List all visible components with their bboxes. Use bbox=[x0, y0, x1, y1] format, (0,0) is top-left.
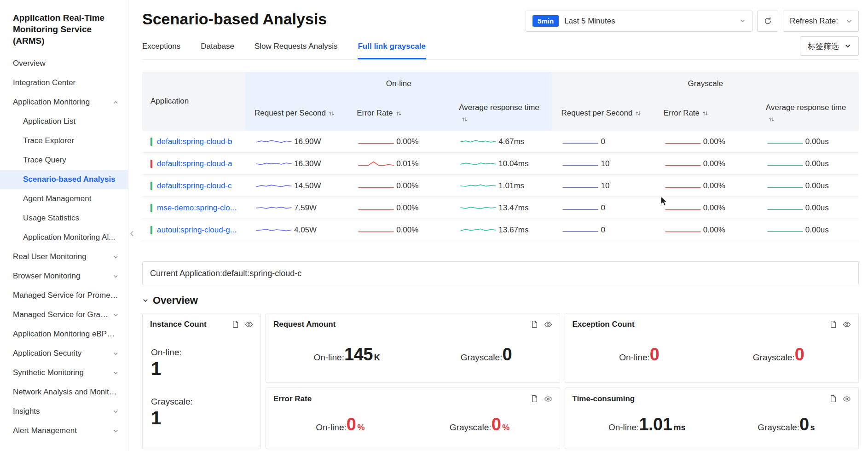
report-icon[interactable] bbox=[531, 395, 538, 403]
metric-online: On-line:0% bbox=[316, 415, 365, 434]
tab-exceptions[interactable]: Exceptions bbox=[142, 36, 180, 59]
report-icon[interactable] bbox=[531, 320, 538, 329]
sidebar-item-label: Real User Monitoring bbox=[13, 252, 87, 261]
sidebar-item-usage-statistics[interactable]: Usage Statistics bbox=[0, 208, 128, 228]
sidebar-item-managed-service-for-grafana[interactable]: Managed Service for Grafana bbox=[0, 305, 128, 324]
sidebar-item-synthetic-monitoring[interactable]: Synthetic Monitoring bbox=[0, 363, 128, 382]
tab-database[interactable]: Database bbox=[201, 36, 234, 59]
sparkline-gray-error-rate bbox=[664, 225, 702, 236]
metric-label: Grayscale: bbox=[753, 353, 795, 362]
sidebar-item-managed-service-for-prometh[interactable]: Managed Service for Prometh... bbox=[0, 286, 128, 305]
card-title: Exception Count bbox=[573, 320, 635, 329]
application-link[interactable]: default:spring-cloud-a bbox=[157, 159, 232, 168]
metric-value: 0.00% bbox=[396, 137, 418, 146]
tag-filter-button[interactable]: 标签筛选 bbox=[800, 36, 859, 56]
metric-grayscale: Grayscale:0 bbox=[461, 345, 512, 364]
metric-online: On-line:145K bbox=[313, 345, 380, 364]
application-link[interactable]: mse-demo:spring-clo... bbox=[157, 203, 237, 213]
metric-unit: % bbox=[357, 423, 365, 432]
application-link[interactable]: default:spring-cloud-c bbox=[157, 181, 232, 191]
sidebar-collapse-handle[interactable]: ‹ bbox=[130, 226, 134, 239]
section-collapse-icon[interactable] bbox=[142, 297, 149, 304]
metric-label: Grayscale: bbox=[151, 397, 253, 407]
sidebar-item-application-monitoring-al[interactable]: Application Monitoring Al... bbox=[0, 228, 128, 247]
card-time-consuming: Time-consuming On-line:1.01ms Grayscale:… bbox=[565, 387, 859, 449]
eye-icon[interactable] bbox=[544, 395, 552, 403]
card-title: Error Rate bbox=[273, 394, 312, 404]
eye-icon[interactable] bbox=[245, 320, 253, 329]
product-title: Application Real-Time Monitoring Service… bbox=[0, 12, 128, 54]
sort-icon[interactable] bbox=[462, 116, 468, 122]
sidebar-item-application-monitoring-ebpf-e[interactable]: Application Monitoring eBPF E... bbox=[0, 324, 128, 344]
refresh-rate-select[interactable]: Refresh Rate: bbox=[783, 11, 859, 32]
card-error-rate: Error Rate On-line:0% Grayscale:0% bbox=[266, 387, 560, 449]
chevron-down-icon bbox=[113, 312, 119, 318]
sort-icon[interactable] bbox=[702, 110, 708, 116]
card-title: Time-consuming bbox=[573, 394, 635, 404]
sparkline-gray-error-rate bbox=[664, 202, 702, 214]
metric-value: 0.00us bbox=[805, 137, 829, 146]
time-range-select[interactable]: 5min Last 5 Minutes bbox=[526, 11, 752, 32]
metric-value: 4.05W bbox=[294, 226, 317, 235]
sort-icon[interactable] bbox=[329, 110, 335, 116]
eye-icon[interactable] bbox=[843, 395, 851, 403]
metric-value: 145 bbox=[344, 345, 373, 364]
sidebar-item-application-security[interactable]: Application Security bbox=[0, 344, 128, 363]
application-link[interactable]: default:spring-cloud-b bbox=[157, 137, 232, 146]
sidebar-item-alert-management[interactable]: Alert Management bbox=[0, 421, 128, 440]
report-icon[interactable] bbox=[231, 320, 239, 329]
sidebar-item-label: Scenario-based Analysis bbox=[23, 175, 116, 184]
sidebar-item-application-monitoring[interactable]: Application Monitoring bbox=[0, 93, 128, 112]
sidebar-item-label: Trace Query bbox=[23, 156, 66, 165]
card-title: Request Amount bbox=[273, 320, 336, 329]
sidebar-item-scenario-based-analysis[interactable]: Scenario-based Analysis bbox=[0, 170, 128, 189]
column-header-online-error-rate: Error Rate bbox=[347, 96, 450, 131]
eye-icon[interactable] bbox=[843, 320, 851, 329]
sidebar-item-browser-monitoring[interactable]: Browser Monitoring bbox=[0, 266, 128, 286]
sidebar-item-network-analysis-and-monitor[interactable]: Network Analysis and Monitor... bbox=[0, 382, 128, 402]
report-icon[interactable] bbox=[829, 320, 837, 329]
sidebar-item-label: Usage Statistics bbox=[23, 214, 79, 223]
chevron-down-icon bbox=[113, 273, 119, 279]
status-indicator bbox=[150, 182, 152, 190]
sparkline-gray-error-rate bbox=[664, 136, 702, 147]
sidebar-item-insights[interactable]: Insights bbox=[0, 402, 128, 421]
sparkline-online-error-rate bbox=[357, 202, 395, 214]
eye-icon[interactable] bbox=[544, 320, 552, 329]
sidebar-item-application-list[interactable]: Application List bbox=[0, 112, 128, 131]
column-header-online-rps: Request per Second bbox=[245, 96, 347, 131]
application-link[interactable]: autoui:spring-cloud-g... bbox=[157, 226, 237, 235]
metric-grayscale: Grayscale:0s bbox=[758, 415, 815, 434]
sidebar-item-label: Network Analysis and Monitor... bbox=[13, 387, 119, 397]
sidebar-item-real-user-monitoring[interactable]: Real User Monitoring bbox=[0, 247, 128, 266]
sidebar-item-agent-management[interactable]: Agent Management bbox=[0, 189, 128, 208]
metric-label: On-line: bbox=[608, 422, 639, 432]
metric-value: 0 bbox=[347, 415, 356, 434]
sort-icon[interactable] bbox=[635, 110, 641, 116]
sidebar-item-trace-explorer[interactable]: Trace Explorer bbox=[0, 131, 128, 150]
table-row: default:spring-cloud-c14.50W0.00%1.01ms1… bbox=[142, 175, 859, 197]
sidebar-item-integration-center[interactable]: Integration Center bbox=[0, 73, 128, 93]
sort-icon[interactable] bbox=[396, 110, 402, 116]
metric-value: 10 bbox=[601, 181, 609, 191]
sparkline-online-avg-response bbox=[459, 202, 498, 214]
metric-online: On-line:0 bbox=[619, 345, 659, 364]
tab-full-link-grayscale[interactable]: Full link grayscale bbox=[358, 36, 425, 59]
tabs-bar: ExceptionsDatabaseSlow Requests Analysis… bbox=[142, 36, 859, 60]
sidebar-item-overview[interactable]: Overview bbox=[0, 54, 128, 73]
current-application-bar: Current Application:default:spring-cloud… bbox=[142, 261, 859, 285]
report-icon[interactable] bbox=[829, 395, 837, 403]
refresh-button[interactable] bbox=[757, 11, 778, 32]
metric-value: 0 bbox=[799, 415, 809, 434]
sidebar-item-label: Application Monitoring Al... bbox=[23, 233, 115, 242]
metric-value: 0 bbox=[601, 203, 605, 213]
sparkline-gray-error-rate bbox=[664, 180, 702, 191]
metric-value: 0 bbox=[795, 345, 804, 364]
metric-value: 0.00us bbox=[805, 159, 829, 168]
sort-icon[interactable] bbox=[769, 116, 775, 122]
chevron-down-icon bbox=[113, 351, 119, 357]
tab-slow-requests-analysis[interactable]: Slow Requests Analysis bbox=[255, 36, 337, 59]
overview-section-header: Overview bbox=[142, 295, 859, 306]
sidebar-item-trace-query[interactable]: Trace Query bbox=[0, 150, 128, 170]
arms-console: Application Real-Time Monitoring Service… bbox=[0, 0, 868, 451]
